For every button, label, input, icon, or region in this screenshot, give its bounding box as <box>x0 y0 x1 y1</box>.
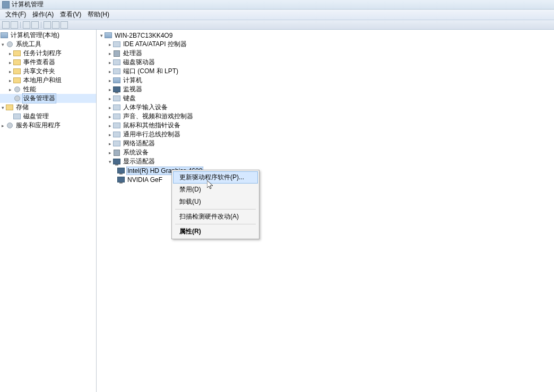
expander-icon[interactable]: ▸ <box>107 69 112 74</box>
keyboard-icon <box>113 95 120 101</box>
device-intel[interactable]: Intel(R) HD Graphics 4600 <box>97 166 554 175</box>
cat-ports[interactable]: ▸ 端口 (COM 和 LPT) <box>97 67 554 76</box>
expander-icon[interactable]: ▾ <box>0 42 5 47</box>
expander-icon[interactable]: ▸ <box>107 123 112 128</box>
cat-ide[interactable]: ▸ IDE ATA/ATAPI 控制器 <box>97 40 554 49</box>
device-label: NVIDIA GeF <box>126 176 163 184</box>
cat-network[interactable]: ▸ 网络适配器 <box>97 139 554 148</box>
scheduler-icon <box>13 50 21 56</box>
perf-icon <box>14 86 20 92</box>
expander-icon[interactable]: ▾ <box>107 159 112 164</box>
cat-sound[interactable]: ▸ 声音、视频和游戏控制器 <box>97 112 554 121</box>
expander-icon[interactable]: ▾ <box>0 105 5 110</box>
sysdev-icon <box>114 150 120 156</box>
cm-update-driver[interactable]: 更新驱动程序软件(P)... <box>173 171 258 184</box>
cat-processor[interactable]: ▸ 处理器 <box>97 49 554 58</box>
cat-hid[interactable]: ▸ 人体学输入设备 <box>97 103 554 112</box>
expander-icon[interactable]: ▸ <box>7 60 13 65</box>
toolbar-icon-5[interactable] <box>60 21 68 29</box>
cat-display-adapter[interactable]: ▾ 显示适配器 <box>97 157 554 166</box>
expander-icon[interactable]: ▸ <box>107 141 112 146</box>
cat-keyboard[interactable]: ▸ 键盘 <box>97 94 554 103</box>
cat-mouse[interactable]: ▸ 鼠标和其他指针设备 <box>97 121 554 130</box>
toolbar-icon-4[interactable] <box>52 21 59 29</box>
tree-label: 本地用户和组 <box>22 76 63 85</box>
tree-system-tools[interactable]: ▾ 系统工具 <box>0 40 96 49</box>
tree-shared-folders[interactable]: ▸ 共享文件夹 <box>0 67 96 76</box>
services-icon <box>7 123 13 128</box>
tree-label: 声音、视频和游戏控制器 <box>122 112 194 121</box>
tree-label: 鼠标和其他指针设备 <box>122 121 181 130</box>
tree-label: 键盘 <box>122 94 137 103</box>
cm-properties[interactable]: 属性(R) <box>173 225 258 238</box>
expander-icon[interactable]: ▸ <box>107 60 112 65</box>
menu-file[interactable]: 文件(F) <box>2 9 29 20</box>
tree-device-manager[interactable]: 设备管理器 <box>0 94 96 103</box>
tree-label: 网络适配器 <box>122 139 156 148</box>
cm-scan[interactable]: 扫描检测硬件改动(A) <box>173 211 258 223</box>
tree-local-users[interactable]: ▸ 本地用户和组 <box>0 76 96 85</box>
monitor-icon <box>113 86 120 92</box>
tree-performance[interactable]: ▸ 性能 <box>0 85 96 94</box>
expander-icon[interactable]: ▾ <box>99 33 104 38</box>
tree-event-viewer[interactable]: ▸ 事件查看器 <box>0 58 96 67</box>
menu-view[interactable]: 查看(V) <box>57 9 84 20</box>
cm-disable[interactable]: 禁用(D) <box>173 184 258 196</box>
tree-root[interactable]: 计算机管理(本地) <box>0 31 96 40</box>
tree-services[interactable]: ▸ 服务和应用程序 <box>0 121 96 130</box>
expander-icon[interactable]: ▸ <box>107 42 112 47</box>
toolbar-icon-3[interactable] <box>44 21 51 29</box>
tree-label: 存储 <box>15 103 30 112</box>
disk-icon <box>113 59 120 65</box>
expander-icon[interactable]: ▸ <box>107 150 112 155</box>
tree-storage[interactable]: ▾ 存储 <box>0 103 96 112</box>
expander-icon[interactable]: ▸ <box>7 78 13 83</box>
toolbar-icon-1[interactable] <box>23 21 30 29</box>
menu-help[interactable]: 帮助(H) <box>84 9 112 20</box>
gpu-icon <box>117 168 125 173</box>
tree-label: 磁盘驱动器 <box>122 58 156 67</box>
toolbar-sep <box>20 22 21 28</box>
expander-icon[interactable]: ▸ <box>107 132 112 137</box>
expander-icon[interactable]: ▸ <box>7 51 13 56</box>
back-icon[interactable] <box>2 21 10 29</box>
forward-icon[interactable] <box>11 21 18 29</box>
event-icon <box>13 59 21 65</box>
expander-icon[interactable]: ▸ <box>107 51 112 56</box>
expander-icon[interactable]: ▸ <box>107 105 112 110</box>
cat-usb[interactable]: ▸ 通用串行总线控制器 <box>97 130 554 139</box>
tree-task-scheduler[interactable]: ▸ 任务计划程序 <box>0 49 96 58</box>
tree-label: 计算机 <box>122 76 143 85</box>
device-nvidia[interactable]: NVIDIA GeF <box>97 175 554 184</box>
tree-label: 系统工具 <box>15 40 42 49</box>
gpu-icon <box>117 177 125 182</box>
cm-uninstall[interactable]: 卸载(U) <box>173 196 258 208</box>
expander-icon[interactable]: ▸ <box>107 87 112 92</box>
expander-icon[interactable]: ▸ <box>107 114 112 119</box>
tree-label: 事件查看器 <box>22 58 56 67</box>
cat-disk[interactable]: ▸ 磁盘驱动器 <box>97 58 554 67</box>
expander-icon[interactable]: ▸ <box>0 123 5 128</box>
right-tree-panel: ▾ WIN-2B7C13KK4O9 ▸ IDE ATA/ATAPI 控制器 ▸ … <box>97 30 554 392</box>
mouse-icon <box>113 123 120 128</box>
toolbar-icon-2[interactable] <box>31 21 39 29</box>
tree-label: 性能 <box>22 85 37 94</box>
expander-icon[interactable]: ▸ <box>7 87 13 92</box>
cat-computer[interactable]: ▸ 计算机 <box>97 76 554 85</box>
device-root[interactable]: ▾ WIN-2B7C13KK4O9 <box>97 31 554 40</box>
network-icon <box>113 141 120 146</box>
tree-disk-management[interactable]: 磁盘管理 <box>0 112 96 121</box>
cpu-icon <box>114 50 120 57</box>
expander-icon[interactable]: ▸ <box>107 78 112 83</box>
tree-label: 设备管理器 <box>22 93 56 103</box>
cat-monitor[interactable]: ▸ 监视器 <box>97 85 554 94</box>
tree-label: 共享文件夹 <box>22 67 56 76</box>
cat-system-devices[interactable]: ▸ 系统设备 <box>97 148 554 157</box>
expander-icon[interactable]: ▸ <box>107 96 112 101</box>
left-tree-panel: 计算机管理(本地) ▾ 系统工具 ▸ 任务计划程序 ▸ 事件查看器 ▸ 共享文件… <box>0 30 97 392</box>
expander-icon[interactable]: ▸ <box>7 69 13 74</box>
tools-icon <box>7 41 13 47</box>
menu-action[interactable]: 操作(A) <box>29 9 57 20</box>
tree-label: 监视器 <box>122 85 143 94</box>
tree-label: 系统设备 <box>122 148 150 157</box>
